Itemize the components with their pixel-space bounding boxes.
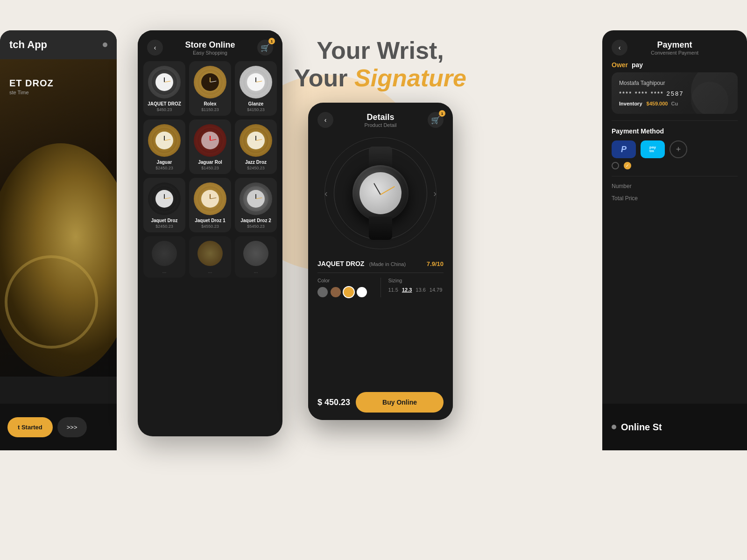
watch-arrow-right[interactable]: › (433, 188, 437, 199)
watch-3d-display (343, 147, 418, 240)
color-brown[interactable] (331, 287, 341, 297)
watch-price-8: $4550.23 (192, 224, 228, 229)
back-button[interactable]: ‹ (147, 40, 163, 56)
watch-name-4: Jaguar (146, 160, 183, 165)
size-14-79[interactable]: 14.79 (430, 287, 443, 293)
signature-text: Signature (354, 64, 466, 91)
watch-display-area: ‹ › (308, 133, 453, 254)
watch-name-7: Jaquet Droz (146, 218, 183, 223)
watch-price-6: $2450.23 (238, 166, 274, 170)
watch-card-filler3[interactable]: ... (235, 236, 277, 278)
watch-card-jaquet-droz2[interactable]: Jaquet Droz $2450.23 (143, 178, 185, 232)
watch-name-f3: ... (238, 269, 274, 274)
ower-text: Ower (612, 61, 628, 69)
buy-online-button[interactable]: Buy Online (356, 392, 444, 413)
color-dots (317, 287, 373, 297)
watch-price-7: $2450.23 (146, 224, 183, 229)
brand-row: JAQUET DROZ (Made in China) 7.9/10 (317, 259, 444, 273)
watch-price-9: $5450.23 (238, 224, 274, 229)
size-12-3[interactable]: 12.3 (402, 287, 412, 293)
screen2-store-online: ‹ Store Online Easy Shopping 🛒 1 JAQUET … (138, 30, 282, 436)
payment-selection-row: ✓ (612, 162, 738, 169)
watch-strap-bottom (369, 217, 392, 240)
watch-name-8: Jaquet Droz 1 (192, 218, 228, 223)
screen4-body: Ower pay Mostafa Taghipour **** **** ***… (602, 61, 747, 202)
watch-price-3: $4150.23 (238, 107, 274, 112)
screen1-image: ET DROZ ste Time (0, 59, 117, 377)
watch-dial (359, 172, 402, 214)
watch-card-jaquet-droz[interactable]: JAQUET DROZ $450.23 (143, 61, 185, 116)
watch-name-f1: ... (146, 269, 183, 274)
get-started-button[interactable]: t Started (7, 417, 53, 437)
your-text: Your (294, 64, 354, 91)
screen1-brand-info: ET DROZ ste Time (9, 78, 54, 95)
your-wrist-text: Your Wrist, (317, 37, 444, 64)
divider-1 (612, 120, 738, 121)
color-gray[interactable] (317, 287, 328, 297)
watch-img-6 (240, 124, 272, 157)
color-white[interactable] (357, 287, 367, 297)
screen2-title: Store Online (185, 40, 235, 50)
online-st-text: Online St (621, 422, 662, 433)
watch-arrow-left[interactable]: ‹ (324, 188, 328, 199)
screen1-brand-name: ET DROZ (9, 78, 54, 89)
attributes-area: Color Sizing 11.5 12.3 13.6 14.79 (317, 278, 444, 297)
bottom-dot (612, 425, 616, 429)
watch-img-7 (148, 182, 181, 215)
arrows-button[interactable]: >>> (57, 417, 87, 437)
middle-text-top: Your Wrist, Your Signature (294, 37, 466, 92)
watch-card-jaquet-droz2b[interactable]: Jaquet Droz 2 $5450.23 (235, 178, 277, 232)
screen1-footer: t Started >>> (0, 404, 117, 450)
screen3-title-wrap: Details Product Detail (364, 112, 396, 128)
payment-radio-1[interactable] (612, 162, 619, 169)
watch-card-filler1[interactable]: ... (143, 236, 185, 278)
details-back-button[interactable]: ‹ (317, 112, 333, 128)
product-price: $ 450.23 (317, 398, 350, 407)
card-inventory: Inventory $459.000 Cu (619, 101, 730, 106)
watch-name-f2: ... (192, 269, 228, 274)
size-11-5[interactable]: 11.5 (388, 287, 398, 293)
total-price-field: Total Price (612, 195, 738, 202)
payment-methods: P paytm + (612, 140, 738, 158)
screen4-header: ‹ Payment Convenient Payment (602, 30, 747, 61)
card-owner: Mostafa Taghipour (619, 80, 730, 86)
screen3-brand-name: JAQUET DROZ (317, 260, 364, 267)
number-field: Number (612, 183, 738, 189)
paytm-button[interactable]: paytm (641, 140, 665, 158)
payment-method-label: Payment Method (612, 127, 738, 135)
screen3-subtitle: Product Detail (364, 122, 396, 128)
watch-price-4: $2450.23 (146, 166, 183, 170)
screen1-title: tch App (9, 39, 47, 51)
paypal-button[interactable]: P (612, 140, 636, 158)
color-gold[interactable] (344, 287, 354, 297)
sizing-label: Sizing (388, 278, 444, 283)
watch-card-filler2[interactable]: ... (189, 236, 231, 278)
add-payment-button[interactable]: + (669, 140, 687, 158)
watch-card-glanze[interactable]: Glanze $4150.23 (235, 61, 277, 116)
screen2-header: ‹ Store Online Easy Shopping 🛒 1 (138, 30, 282, 61)
payment-back-button[interactable]: ‹ (612, 40, 627, 56)
screen3-title: Details (364, 112, 396, 122)
watch-card-jazz-droz[interactable]: Jazz Droz $2450.23 (235, 119, 277, 174)
size-13-6[interactable]: 13.6 (416, 287, 425, 293)
watch-card-rolex[interactable]: Rolex $1150.23 (189, 61, 231, 116)
color-label: Color (317, 278, 373, 283)
payment-check-1[interactable]: ✓ (624, 162, 631, 169)
sizing-section: Sizing 11.5 12.3 13.6 14.79 (381, 278, 444, 297)
watch-card-jaquet-droz1[interactable]: Jaquet Droz 1 $4550.23 (189, 178, 231, 232)
screen2-title-wrap: Store Online Easy Shopping (185, 40, 235, 56)
watch-grid: JAQUET DROZ $450.23 Rolex $1150.23 (138, 61, 282, 283)
screen3-rating: 7.9/10 (427, 260, 444, 267)
watch-img-2 (194, 66, 226, 98)
divider-2 (612, 176, 738, 176)
cart-button[interactable]: 🛒 1 (257, 40, 273, 56)
watch-card-jaguar-rol[interactable]: Jaguar Rol $1450.23 (189, 119, 231, 174)
details-cart-button[interactable]: 🛒 1 (428, 112, 444, 128)
screen3-footer: $ 450.23 Buy Online (308, 385, 453, 420)
watch-img-3 (240, 66, 272, 98)
paytm-text: paytm (649, 146, 656, 153)
watch-img-5 (194, 124, 226, 157)
pay-text: pay (632, 61, 643, 69)
screen3-details: ‹ Details Product Detail 🛒 1 ‹ › (308, 103, 453, 420)
watch-card-jaguar[interactable]: Jaguar $2450.23 (143, 119, 185, 174)
